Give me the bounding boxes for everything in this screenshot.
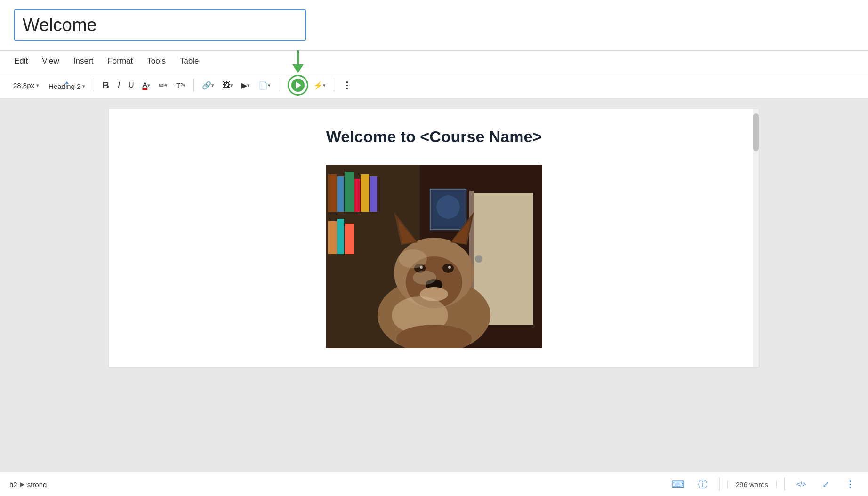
template-button[interactable]: 📄 ▾ [255,79,274,92]
toolbar: 28.8px ▾ Heading 2 ▾ B I U A ▾ ✏ ▾ [9,72,859,98]
svg-point-31 [399,249,427,268]
underline-button[interactable]: U [125,79,137,92]
status-right: ⌨ ⓘ 296 words </> ⤢ ⋮ [670,476,859,493]
editor-scrollbar[interactable] [753,109,759,367]
expand-icon: ⤢ [822,479,829,489]
menu-insert[interactable]: Insert [73,55,94,68]
breadcrumb-strong: strong [27,480,47,488]
svg-rect-10 [361,174,369,212]
highlight-label: ✏ [159,81,165,90]
template-icon: 📄 [258,81,268,90]
italic-label: I [118,80,120,90]
text-color-chevron-icon: ▾ [147,82,150,88]
text-color-label: A [142,81,147,89]
svg-point-17 [436,195,460,219]
status-more-button[interactable]: ⋮ [842,476,859,493]
keyboard-shortcut-button[interactable]: ⌨ [670,476,687,493]
plugin-icon: ⚡ [313,81,323,90]
word-count: 296 words [727,480,777,488]
breadcrumb-h2: h2 [9,480,17,488]
toolbar-divider-4 [334,79,334,92]
play-button-inner [291,79,305,92]
more-options-icon: ⋮ [342,80,352,91]
link-chevron-icon: ▾ [211,82,214,88]
play-button[interactable] [288,75,308,96]
image-chevron-icon: ▾ [230,82,233,88]
menu-table[interactable]: Table [180,55,199,68]
dog-image [326,165,542,348]
status-divider-2 [784,478,785,491]
image-icon: 🖼 [223,81,230,89]
arrow-line [297,50,299,64]
toolbar-divider-2 [193,79,194,92]
plugin-chevron-icon: ▾ [323,82,326,88]
status-breadcrumb: h2 ▶ strong [9,480,47,488]
status-more-icon: ⋮ [845,479,855,490]
menu-view[interactable]: View [42,55,59,68]
play-button-wrapper [288,75,308,96]
arrow-head-icon [292,64,304,73]
link-button[interactable]: 🔗 ▾ [199,79,217,92]
template-chevron-icon: ▾ [268,82,271,88]
status-bar: h2 ▶ strong ⌨ ⓘ 296 words </> ⤢ ⋮ [0,472,868,496]
accessibility-icon: ⓘ [698,478,707,491]
highlight-button[interactable]: ✏ ▾ [155,79,171,92]
heading-chevron-icon: ▾ [82,83,85,89]
svg-point-26 [442,264,454,273]
svg-rect-7 [337,176,344,212]
editor-content[interactable]: Welcome to <Course Name> [109,109,759,367]
superscript-label: T² [176,81,183,89]
title-area [0,0,868,51]
media-chevron-icon: ▾ [247,82,250,88]
page-heading: Welcome to <Course Name> [137,128,731,146]
highlight-chevron-icon: ▾ [165,82,168,88]
status-divider-1 [719,478,720,491]
media-button[interactable]: ▶ ▾ [238,79,253,92]
bold-label: B [102,80,109,91]
code-icon: </> [796,480,806,488]
svg-rect-13 [337,219,344,254]
heading-value: Heading 2 [48,82,80,90]
svg-rect-9 [354,179,360,212]
svg-rect-8 [345,172,354,212]
superscript-button[interactable]: T² ▾ [173,79,189,92]
keyboard-icon: ⌨ [671,479,685,490]
toolbar-wrapper: 28.8px ▾ Heading 2 ▾ B I U A ▾ ✏ ▾ [0,72,868,99]
menu-edit[interactable]: Edit [14,55,28,68]
dog-image-svg [326,165,542,348]
expand-button[interactable]: ⤢ [817,476,834,493]
svg-rect-12 [328,221,337,254]
scrollbar-thumb[interactable] [753,113,759,151]
text-color-button[interactable]: A ▾ [139,79,153,92]
font-size-button[interactable]: 28.8px ▾ [9,79,43,92]
toolbar-divider-3 [279,79,279,92]
svg-point-34 [413,271,436,285]
menu-tools[interactable]: Tools [147,55,166,68]
svg-point-4 [475,255,482,263]
image-button[interactable]: 🖼 ▾ [219,79,236,92]
superscript-chevron-icon: ▾ [183,82,185,88]
code-view-button[interactable]: </> [793,476,810,493]
heading-selector-button[interactable]: Heading 2 ▾ [45,80,89,93]
breadcrumb-arrow-icon: ▶ [20,481,24,488]
svg-rect-6 [328,174,337,212]
play-icon [296,81,301,89]
toolbar-divider-1 [94,79,94,92]
menu-bar: Edit View Insert Format Tools Table [0,51,868,72]
underline-label: U [129,81,134,89]
svg-point-28 [448,266,451,269]
plugin-button[interactable]: ⚡ ▾ [310,79,329,92]
editor-container: Welcome to <Course Name> [0,99,868,472]
media-icon: ▶ [241,81,247,90]
link-icon: 🔗 [202,81,211,90]
accessibility-button[interactable]: ⓘ [694,476,711,493]
menu-format[interactable]: Format [107,55,133,68]
font-size-value: 28.8px [13,81,34,89]
green-arrow-indicator [292,50,304,73]
bold-button[interactable]: B [99,78,112,93]
title-input[interactable] [14,9,306,41]
italic-button[interactable]: I [114,78,123,93]
font-size-chevron-icon: ▾ [36,82,39,88]
more-options-button[interactable]: ⋮ [339,77,355,93]
svg-rect-14 [345,224,354,254]
